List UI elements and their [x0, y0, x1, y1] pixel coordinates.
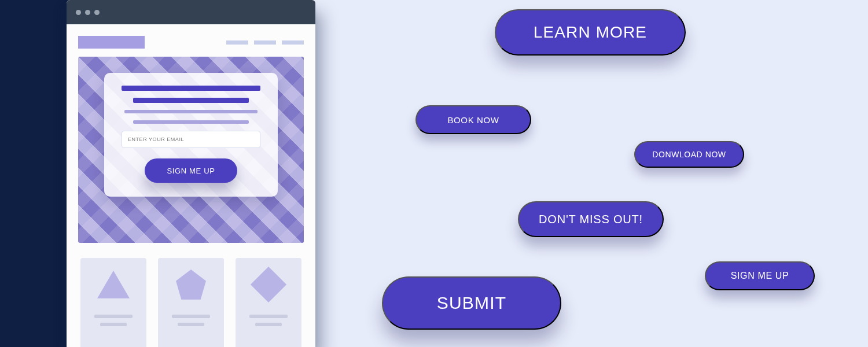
placeholder-line	[100, 323, 127, 326]
download-now-button[interactable]: DONWLOAD NOW	[634, 141, 744, 168]
nav-item[interactable]	[226, 40, 248, 45]
placeholder-line	[249, 315, 288, 318]
headline-bar	[122, 86, 260, 91]
browser-window: SIGN ME UP	[67, 0, 315, 347]
submit-button[interactable]: SUBMIT	[382, 276, 561, 330]
window-dot-icon	[76, 10, 81, 15]
subline-bar	[124, 110, 258, 113]
sign-me-up-button[interactable]: SIGN ME UP	[705, 261, 815, 290]
site-nav	[226, 40, 304, 45]
browser-titlebar	[67, 0, 315, 24]
diamond-icon	[251, 267, 286, 302]
placeholder-line	[94, 315, 133, 318]
placeholder-line	[255, 323, 282, 326]
subline-bar	[133, 120, 249, 124]
feature-tile[interactable]	[80, 258, 146, 347]
book-now-button[interactable]: BOOK NOW	[415, 105, 531, 134]
feature-tile[interactable]	[236, 258, 301, 347]
pentagon-icon	[174, 267, 208, 302]
dont-miss-out-button[interactable]: DON'T MISS OUT!	[518, 201, 664, 237]
sign-me-up-button[interactable]: SIGN ME UP	[145, 158, 237, 183]
feature-row	[78, 243, 304, 347]
window-dot-icon	[94, 10, 100, 15]
learn-more-button[interactable]: LEARN MORE	[495, 9, 686, 56]
placeholder-line	[178, 323, 205, 326]
feature-tile[interactable]	[158, 258, 224, 347]
email-input[interactable]	[122, 131, 260, 148]
nav-item[interactable]	[282, 40, 304, 45]
site-header	[78, 32, 304, 57]
window-dot-icon	[85, 10, 90, 15]
nav-item[interactable]	[254, 40, 276, 45]
triangle-icon	[96, 267, 131, 302]
placeholder-line	[172, 315, 211, 318]
page-body: SIGN ME UP	[67, 24, 315, 347]
stage: SIGN ME UP	[0, 0, 868, 347]
signup-card: SIGN ME UP	[104, 73, 278, 197]
headline-bar	[133, 98, 249, 103]
site-logo[interactable]	[78, 36, 145, 49]
hero-section: SIGN ME UP	[78, 57, 304, 243]
